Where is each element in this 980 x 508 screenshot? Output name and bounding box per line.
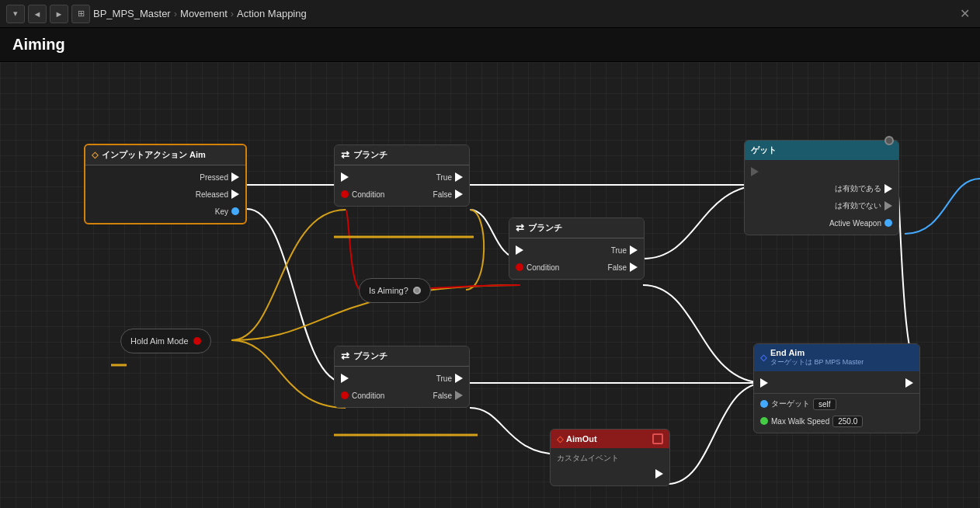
down-arrow-btn[interactable]: ▾ xyxy=(6,5,25,23)
connections-svg xyxy=(0,62,980,508)
close-btn[interactable]: ✕ xyxy=(955,5,974,23)
pressed-pin xyxy=(231,172,239,182)
get-valid-pin xyxy=(884,184,892,193)
aimout-exec-pin xyxy=(655,469,663,478)
branch-1-title: ブランチ xyxy=(353,149,387,161)
aimout-subheader: カスタムイベント xyxy=(551,451,669,465)
aimout-exec-row xyxy=(551,465,669,482)
branch2-exec-row: True xyxy=(509,242,644,259)
branch1-cond-pin xyxy=(341,190,349,198)
branch1-exec-row: True xyxy=(335,169,469,186)
branch1-false-pin xyxy=(455,190,463,199)
get-exec-row xyxy=(745,163,898,180)
get-exec-in xyxy=(751,167,759,176)
input-action-title: インプットアクション Aim xyxy=(102,149,206,161)
back-btn[interactable]: ◄ xyxy=(28,5,47,23)
branch3-cond-row: Condition False xyxy=(335,387,469,404)
page-title: Aiming xyxy=(12,36,65,54)
branch3-exec-in xyxy=(341,374,349,383)
endaim-speed-pin xyxy=(760,417,768,425)
endaim-exec-row xyxy=(754,374,919,391)
endaim-header: ◇ End Aim ターゲットは BP MPS Master xyxy=(754,344,919,371)
endaim-speed-row: Max Walk Speed 250.0 xyxy=(754,412,919,430)
branch-3-node: ⇄ ブランチ True Condition False xyxy=(334,346,470,408)
breadcrumb: インプットアクション Aim BP_MPS_Master › Movement … xyxy=(93,8,307,19)
endaim-exec-in xyxy=(760,378,768,388)
endaim-body: ターゲット self Max Walk Speed 250.0 xyxy=(754,371,919,433)
endaim-node: ◇ End Aim ターゲットは BP MPS Master ターゲット sel… xyxy=(753,343,920,433)
endaim-target-pin xyxy=(760,400,768,408)
input-action-header: ◇ インプットアクション Aim xyxy=(85,145,245,165)
get-weapon-row: Active Weapon xyxy=(745,214,898,231)
hold-aim-pin xyxy=(193,337,201,345)
released-row: Released xyxy=(85,186,245,203)
breadcrumb-action: Action Mapping xyxy=(237,8,307,19)
branch-3-header: ⇄ ブランチ xyxy=(335,346,469,367)
endaim-speed-value: 250.0 xyxy=(832,416,863,427)
get-header: ゲット xyxy=(745,141,898,160)
get-weapon-pin xyxy=(884,219,892,227)
branch-2-node: ⇄ ブランチ True Condition False xyxy=(509,217,645,280)
pressed-row: Pressed xyxy=(85,169,245,186)
get-invalid-row: は有効でない xyxy=(745,197,898,214)
get-invalid-pin xyxy=(884,201,892,211)
topbar: ▾ ◄ ► ⊞ インプットアクション Aim BP_MPS_Master › M… xyxy=(0,0,980,28)
branch3-false-hollow xyxy=(455,391,463,400)
branch-3-body: True Condition False xyxy=(335,367,469,407)
aimout-stop-icon xyxy=(652,433,663,444)
endaim-target-row: ターゲット self xyxy=(754,395,919,412)
branch2-exec-in xyxy=(516,245,523,255)
canvas: ◇ インプットアクション Aim Pressed Released Key ⇄ … xyxy=(0,62,980,508)
branch-3-title: ブランチ xyxy=(353,350,387,362)
endaim-subheader: ターゲットは BP MPS Master xyxy=(770,357,864,367)
branch-2-title: ブランチ xyxy=(528,222,562,234)
grid-btn[interactable]: ⊞ xyxy=(71,5,90,23)
aimout-header: ◇ AimOut xyxy=(551,430,669,448)
branch1-cond-row: Condition False xyxy=(335,186,469,203)
released-pin xyxy=(231,190,239,199)
breadcrumb-bp: BP_MPS_Master xyxy=(93,8,171,19)
forward-btn[interactable]: ► xyxy=(50,5,68,23)
branch3-exec-row: True xyxy=(335,370,469,387)
input-action-body: Pressed Released Key xyxy=(85,165,245,223)
aimout-title: AimOut xyxy=(566,434,597,444)
key-row: Key xyxy=(85,203,245,220)
get-node: ゲット は有効である は有効でない Active Weapon xyxy=(744,140,899,235)
aimout-body: カスタムイベント xyxy=(551,448,669,485)
get-body: は有効である は有効でない Active Weapon xyxy=(745,160,898,235)
hold-aim-label: Hold Aim Mode xyxy=(130,336,189,346)
branch2-true-pin xyxy=(630,245,638,255)
get-valid-row: は有効である xyxy=(745,180,898,197)
branch1-exec-in xyxy=(341,172,349,182)
breadcrumb-sep-1: › xyxy=(174,8,177,19)
branch3-true-pin xyxy=(455,374,463,383)
branch2-cond-row: Condition False xyxy=(509,259,644,276)
endaim-title: End Aim xyxy=(770,348,864,357)
branch3-cond-pin xyxy=(341,391,349,399)
input-action-node: ◇ インプットアクション Aim Pressed Released Key xyxy=(84,144,247,224)
is-aiming-node: Is Aiming? xyxy=(359,278,431,303)
hold-aim-node: Hold Aim Mode xyxy=(120,329,211,353)
get-circle-pin xyxy=(884,136,894,145)
branch-1-header: ⇄ ブランチ xyxy=(335,145,469,165)
branch-1-node: ⇄ ブランチ True Condition False xyxy=(334,144,470,207)
branch2-cond-pin xyxy=(516,263,523,271)
endaim-exec-out xyxy=(905,378,913,388)
get-title: ゲット xyxy=(751,144,777,156)
endaim-target-value: self xyxy=(813,398,836,410)
branch-1-body: True Condition False xyxy=(335,165,469,206)
breadcrumb-sep-2: › xyxy=(231,8,234,19)
is-aiming-label: Is Aiming? xyxy=(369,286,408,295)
branch-2-header: ⇄ ブランチ xyxy=(509,218,644,238)
branch1-true-pin xyxy=(455,172,463,182)
aimout-node: ◇ AimOut カスタムイベント xyxy=(550,429,670,486)
is-aiming-pin xyxy=(413,287,421,294)
breadcrumb-movement: Movement xyxy=(180,8,228,19)
branch-2-body: True Condition False xyxy=(509,238,644,279)
branch2-false-pin xyxy=(630,263,638,272)
titlebar: Aiming xyxy=(0,28,980,62)
key-pin xyxy=(231,207,239,215)
